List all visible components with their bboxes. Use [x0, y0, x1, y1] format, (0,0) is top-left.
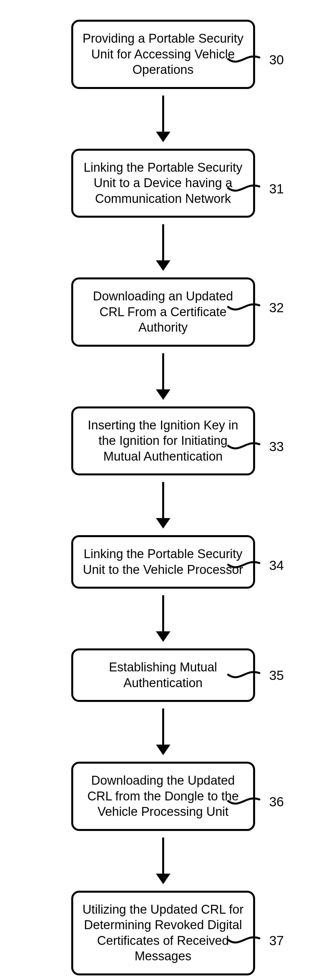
flow-node-33: Inserting the Ignition Key in the Igniti…: [0, 406, 326, 476]
flow-node-35: Establishing Mutual Authentication 35: [0, 648, 326, 702]
flow-node-34: Linking the Portable Security Unit to th…: [0, 535, 326, 589]
flow-node-30: Providing a Portable Security Unit for A…: [0, 20, 326, 89]
flow-box-text: Inserting the Ignition Key in the Igniti…: [87, 418, 238, 463]
flowchart-canvas: Providing a Portable Security Unit for A…: [0, 0, 326, 980]
flow-box-text: Establishing Mutual Authentication: [109, 660, 217, 690]
flow-box-text: Utilizing the Updated CRL for Determinin…: [83, 902, 243, 963]
arrow-down-icon: [156, 837, 170, 884]
flow-label: 32: [269, 301, 284, 315]
flow-box-text: Downloading an Updated CRL From a Certif…: [93, 289, 233, 334]
flow-label: 34: [269, 558, 284, 573]
flow-box-text: Downloading the Updated CRL from the Don…: [87, 773, 239, 818]
flow-label: 37: [269, 933, 284, 948]
arrow-down-icon: [156, 482, 170, 528]
flow-box: Downloading an Updated CRL From a Certif…: [71, 277, 255, 347]
arrow-down-icon: [156, 224, 170, 271]
arrow-down-icon: [156, 708, 170, 755]
flow-label: 31: [269, 181, 284, 196]
flow-box: Linking the Portable Security Unit to th…: [71, 535, 255, 589]
flow-node-36: Downloading the Updated CRL from the Don…: [0, 762, 326, 831]
arrow-down-icon: [156, 353, 170, 400]
flow-label: 36: [269, 794, 284, 809]
flow-box-text: Linking the Portable Security Unit to a …: [84, 161, 243, 205]
flow-box: Establishing Mutual Authentication: [71, 648, 255, 702]
flow-box: Linking the Portable Security Unit to a …: [71, 149, 255, 218]
arrow-down-icon: [156, 95, 170, 142]
flow-box: Inserting the Ignition Key in the Igniti…: [71, 406, 255, 476]
flow-box: Utilizing the Updated CRL for Determinin…: [71, 891, 255, 975]
flowchart-column: Providing a Portable Security Unit for A…: [0, 20, 326, 975]
flow-node-31: Linking the Portable Security Unit to a …: [0, 149, 326, 218]
flow-label: 33: [269, 439, 284, 454]
arrow-down-icon: [156, 595, 170, 642]
flow-box-text: Linking the Portable Security Unit to th…: [83, 547, 243, 576]
flow-box: Providing a Portable Security Unit for A…: [71, 20, 255, 89]
flow-label: 30: [269, 52, 284, 67]
flow-node-32: Downloading an Updated CRL From a Certif…: [0, 277, 326, 347]
flow-label: 35: [269, 668, 284, 683]
flow-box-text: Providing a Portable Security Unit for A…: [83, 32, 243, 76]
flow-box: Downloading the Updated CRL from the Don…: [71, 762, 255, 831]
flow-node-37: Utilizing the Updated CRL for Determinin…: [0, 891, 326, 975]
